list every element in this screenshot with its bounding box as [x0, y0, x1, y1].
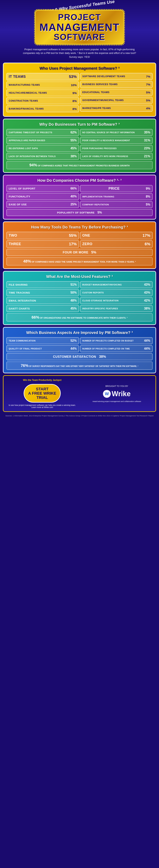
section4-title: How Many Tools Do Teams Try Before Purch… — [6, 225, 153, 229]
section2-title: Why Do Businesses Turn to PM Software? ³ — [6, 122, 153, 127]
section2-grid: CAPTURING TIME/COST OF PROJECTS 62% APPR… — [6, 129, 153, 160]
list-item: GOVERNMENT/MUNICIPAL TEAMS 5% — [80, 97, 153, 104]
section4-left: TWO 55% THREE 17% — [6, 232, 79, 248]
list-item: LEVEL OF SUPPORT 66% — [6, 185, 79, 192]
section3-right: PRICE 9% IMPLEMENTATION TRAINING 8% COMP… — [80, 185, 153, 208]
list-item: CUSTOM REPORTS 43% — [80, 289, 153, 296]
list-item: EMAIL INTEGRATION 48% — [6, 297, 79, 304]
section-how-choose: How Do Companies Choose PM Software? ²· … — [3, 175, 156, 219]
list-item: CLOUD STORAGE INTEGRATION 42% — [80, 297, 153, 304]
header: How & Why Successful Teams Use Project M… — [0, 0, 159, 61]
cta-button[interactable]: START A FREE WRIKE TRIAL — [24, 384, 61, 403]
cta-free: A FREE WRIKE — [28, 391, 56, 395]
list-item: BANKING/FINANCIAL TEAMS 8% — [6, 105, 79, 112]
wrike-logo: Wrike — [112, 390, 130, 398]
title-line3: Software — [39, 32, 120, 42]
cta-right: BROUGHT TO YOU BY W Wrike Award-winning … — [81, 385, 153, 402]
cta-win-text: Win the Team Productivity Jackpot — [6, 379, 78, 381]
cta-section: Win the Team Productivity Jackpot START … — [3, 375, 156, 412]
list-item: GANTT CHARTS 45% — [6, 305, 79, 312]
list-item: PRICE 9% — [80, 185, 153, 192]
list-item: QUALITY OF FINAL PRODUCT 44% — [6, 345, 79, 352]
cta-trial: TRIAL — [28, 395, 56, 400]
list-item: RE-ENTERING LOST DATA 45% — [6, 145, 79, 152]
section-business-aspects: Which Business Aspects Are Improved by P… — [3, 327, 156, 373]
cta-start: START — [28, 387, 56, 391]
section2-left: CAPTURING TIME/COST OF PROJECTS 62% APPR… — [6, 129, 79, 160]
list-item: ZERO 6% — [80, 240, 153, 248]
list-item: IT TEAMS 53% — [6, 73, 79, 81]
section4-grid: TWO 55% THREE 17% ONE 17% ZERO 6% — [6, 232, 153, 248]
list-item: POOR VISIBILITY & RESOURCE MANAGEMENT 31… — [80, 137, 153, 144]
sources-text: Sources: 1 Information Week, 2014 Enterp… — [0, 414, 159, 419]
header-title-box: Project Management Software — [35, 10, 124, 44]
header-subtitle: Project management software is becoming … — [8, 48, 151, 59]
section2-footer: 94% OF COMPANIES AGREE THAT PROJECT MANA… — [6, 161, 153, 169]
list-item: NUMBER OF PROJECTS COMPLETED ON BUDGET 4… — [80, 337, 153, 344]
list-item: POOR PURCHASING PROCESSES 23% — [80, 145, 153, 152]
section1-left: IT TEAMS 53% MANUFACTURING TEAMS 10% HEA… — [6, 73, 79, 112]
list-item: CONSTRUCTION TEAMS 8% — [6, 97, 79, 104]
wrike-tagline: Award-winning project management and col… — [81, 400, 153, 402]
list-item: TIME TRACKING 50% — [6, 289, 79, 296]
section6-right: NUMBER OF PROJECTS COMPLETED ON BUDGET 4… — [80, 337, 153, 352]
section6-title: Which Business Aspects Are Improved by P… — [6, 331, 153, 335]
section4-right: ONE 17% ZERO 6% — [80, 232, 153, 248]
section-how-many-tools: How Many Tools Do Teams Try Before Purch… — [3, 221, 156, 269]
section5-title: What Are the Most-Used Features? ³ — [6, 274, 153, 279]
section1-title: Who Uses Project Management Software? ³ — [6, 66, 153, 70]
cta-left: Win the Team Productivity Jackpot START … — [6, 379, 78, 408]
section3-full-item: POPULARITY OF SOFTWARE 5% — [6, 209, 153, 216]
list-item: TEAM COMMUNICATION 52% — [6, 337, 79, 344]
wrike-w-icon: W — [103, 390, 111, 398]
cta-small-text: to see how project management software c… — [6, 404, 78, 408]
section-features: What Are the Most-Used Features? ³ FILE … — [3, 271, 156, 325]
section3-title: How Do Companies Choose PM Software? ²· … — [6, 178, 153, 183]
section-why-turn: Why Do Businesses Turn to PM Software? ³… — [3, 119, 156, 173]
list-item: APPROVALS ARE PAPER-BASED 55% — [6, 137, 79, 144]
list-item: HEALTHCARE/MEDICAL TEAMS 9% — [6, 89, 79, 96]
list-item: NUMBER OF PROJECTS COMPLETED ON TIME 44% — [80, 345, 153, 352]
list-item: EDUCATIONAL TEAMS 5% — [80, 89, 153, 96]
list-item: TWO 55% — [6, 232, 79, 239]
section2-right: NO CENTRAL SOURCE OF PROJECT INFORMATION… — [80, 129, 153, 160]
section4-full-item: FOUR OR MORE 5% — [6, 249, 153, 256]
list-item: NO CENTRAL SOURCE OF PROJECT INFORMATION… — [80, 129, 153, 136]
section6-footer: 76% OF SURVEY RESPONDENTS SAY THEY ARE E… — [6, 362, 153, 370]
list-item: IMPLEMENTATION TRAINING 8% — [80, 193, 153, 200]
list-item: INDUSTRY-SPECIFIC FEATURES 38% — [80, 305, 153, 312]
section3-grid: LEVEL OF SUPPORT 66% FUNCTIONALITY 40% E… — [6, 185, 153, 208]
list-item: BUDGET MANAGEMENT/INVOICING 43% — [80, 281, 153, 288]
section-who-uses: Who Uses Project Management Software? ³ … — [3, 63, 156, 117]
list-item: FILE SHARING 51% — [6, 281, 79, 288]
section5-footer: 66% OF ORGANIZATIONS USE PM SOFTWARE TO … — [6, 313, 153, 321]
list-item: COMPANY REPUTATION 5% — [80, 201, 153, 208]
section3-left: LEVEL OF SUPPORT 66% FUNCTIONALITY 40% E… — [6, 185, 79, 208]
list-item: MANUFACTURING TEAMS 10% — [6, 82, 79, 88]
list-item: MARKETING/PR TEAMS 4% — [80, 105, 153, 112]
list-item: SOFTWARE DEVELOPMENT TEAMS 7% — [80, 73, 153, 80]
section5-right: BUDGET MANAGEMENT/INVOICING 43% CUSTOM R… — [80, 281, 153, 312]
list-item: EASE OF USE 25% — [6, 201, 79, 208]
section4-footer: 48% OF COMPANIES HAVE USED THE SAME PROJ… — [6, 257, 153, 266]
section5-grid: FILE SHARING 51% TIME TRACKING 50% EMAIL… — [6, 281, 153, 312]
list-item: CAPTURING TIME/COST OF PROJECTS 62% — [6, 129, 79, 136]
section1-right: SOFTWARE DEVELOPMENT TEAMS 7% BUSINESS S… — [80, 73, 153, 112]
section6-full-item: CUSTOMER SATISFACTION 38% — [6, 353, 153, 360]
section6-left: TEAM COMMUNICATION 52% QUALITY OF FINAL … — [6, 337, 79, 352]
list-item: LACK OF VISIBILITY INTO WORK PROGRESS 21… — [80, 153, 153, 160]
list-item: THREE 17% — [6, 240, 79, 248]
brought-text: BROUGHT TO YOU BY — [81, 385, 153, 387]
list-item: BUSINESS SERVICES TEAMS 7% — [80, 81, 153, 88]
section5-left: FILE SHARING 51% TIME TRACKING 50% EMAIL… — [6, 281, 79, 312]
title-line2: Management — [39, 22, 120, 32]
section6-grid: TEAM COMMUNICATION 52% QUALITY OF FINAL … — [6, 337, 153, 352]
list-item: FUNCTIONALITY 40% — [6, 193, 79, 200]
list-item: LACK OF INTEGRATION BETWEEN TOOLS 38% — [6, 153, 79, 160]
list-item: ONE 17% — [80, 232, 153, 239]
section1-grid: IT TEAMS 53% MANUFACTURING TEAMS 10% HEA… — [6, 73, 153, 112]
title-line1: Project — [39, 12, 120, 22]
